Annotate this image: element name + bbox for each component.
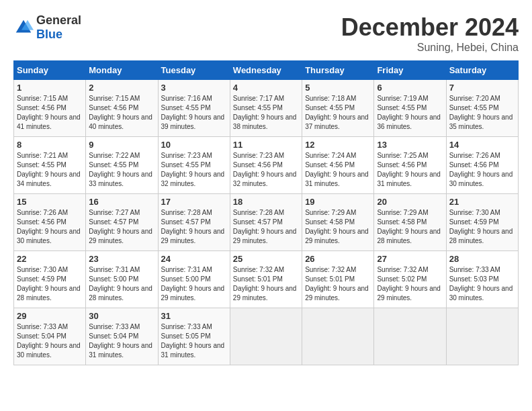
- day-number: 9: [89, 140, 154, 150]
- calendar-day-cell: 2 Sunrise: 7:15 AM Sunset: 4:56 PM Dayli…: [86, 80, 158, 137]
- calendar-week-row: 8 Sunrise: 7:21 AM Sunset: 4:55 PM Dayli…: [14, 137, 519, 194]
- calendar-day-cell: 29 Sunrise: 7:33 AM Sunset: 5:04 PM Dayl…: [14, 308, 86, 365]
- day-info: Sunrise: 7:25 AM Sunset: 4:56 PM Dayligh…: [377, 151, 443, 189]
- weekday-header-sunday: Sunday: [14, 61, 86, 80]
- day-number: 24: [161, 254, 227, 264]
- day-number: 29: [17, 311, 83, 321]
- calendar-day-cell: 22 Sunrise: 7:30 AM Sunset: 4:59 PM Dayl…: [14, 251, 86, 308]
- day-number: 22: [17, 254, 83, 264]
- day-info: Sunrise: 7:31 AM Sunset: 5:00 PM Dayligh…: [161, 265, 227, 303]
- weekday-header-tuesday: Tuesday: [158, 61, 230, 80]
- weekday-header-row: SundayMondayTuesdayWednesdayThursdayFrid…: [14, 61, 519, 80]
- day-number: 25: [233, 254, 299, 264]
- calendar-week-row: 1 Sunrise: 7:15 AM Sunset: 4:56 PM Dayli…: [14, 80, 519, 137]
- logo: General Blue: [13, 13, 81, 42]
- day-number: 17: [161, 197, 227, 207]
- calendar-day-cell: 25 Sunrise: 7:32 AM Sunset: 5:01 PM Dayl…: [230, 251, 302, 308]
- day-info: Sunrise: 7:29 AM Sunset: 4:58 PM Dayligh…: [377, 208, 443, 246]
- logo-icon: [13, 17, 34, 38]
- calendar-day-cell: 3 Sunrise: 7:16 AM Sunset: 4:55 PM Dayli…: [158, 80, 230, 137]
- calendar-day-cell: 9 Sunrise: 7:22 AM Sunset: 4:55 PM Dayli…: [86, 137, 158, 194]
- day-number: 5: [305, 83, 371, 93]
- day-info: Sunrise: 7:28 AM Sunset: 4:57 PM Dayligh…: [233, 208, 299, 246]
- weekday-header-monday: Monday: [86, 61, 158, 80]
- calendar-day-cell: [446, 308, 518, 365]
- day-number: 19: [305, 197, 371, 207]
- day-number: 27: [377, 254, 443, 264]
- calendar-week-row: 29 Sunrise: 7:33 AM Sunset: 5:04 PM Dayl…: [14, 308, 519, 365]
- day-info: Sunrise: 7:32 AM Sunset: 5:01 PM Dayligh…: [305, 265, 371, 303]
- calendar-day-cell: 19 Sunrise: 7:29 AM Sunset: 4:58 PM Dayl…: [302, 194, 374, 251]
- calendar-day-cell: 5 Sunrise: 7:18 AM Sunset: 4:55 PM Dayli…: [302, 80, 374, 137]
- day-info: Sunrise: 7:33 AM Sunset: 5:05 PM Dayligh…: [161, 322, 227, 360]
- day-number: 1: [17, 83, 83, 93]
- weekday-header-wednesday: Wednesday: [230, 61, 302, 80]
- day-info: Sunrise: 7:27 AM Sunset: 4:57 PM Dayligh…: [89, 208, 154, 246]
- day-info: Sunrise: 7:18 AM Sunset: 4:55 PM Dayligh…: [305, 94, 371, 132]
- day-number: 2: [89, 83, 154, 93]
- day-info: Sunrise: 7:16 AM Sunset: 4:55 PM Dayligh…: [161, 94, 227, 132]
- day-number: 28: [449, 254, 515, 264]
- day-info: Sunrise: 7:17 AM Sunset: 4:55 PM Dayligh…: [233, 94, 299, 132]
- day-number: 8: [17, 140, 83, 150]
- calendar-day-cell: 31 Sunrise: 7:33 AM Sunset: 5:05 PM Dayl…: [158, 308, 230, 365]
- day-info: Sunrise: 7:23 AM Sunset: 4:56 PM Dayligh…: [233, 151, 299, 189]
- day-number: 11: [233, 140, 299, 150]
- calendar-day-cell: 20 Sunrise: 7:29 AM Sunset: 4:58 PM Dayl…: [374, 194, 446, 251]
- day-number: 13: [377, 140, 443, 150]
- calendar-week-row: 22 Sunrise: 7:30 AM Sunset: 4:59 PM Dayl…: [14, 251, 519, 308]
- calendar-day-cell: 12 Sunrise: 7:24 AM Sunset: 4:56 PM Dayl…: [302, 137, 374, 194]
- calendar-day-cell: 13 Sunrise: 7:25 AM Sunset: 4:56 PM Dayl…: [374, 137, 446, 194]
- day-info: Sunrise: 7:32 AM Sunset: 5:01 PM Dayligh…: [233, 265, 299, 303]
- weekday-header-thursday: Thursday: [302, 61, 374, 80]
- day-info: Sunrise: 7:23 AM Sunset: 4:55 PM Dayligh…: [161, 151, 227, 189]
- calendar-day-cell: [374, 308, 446, 365]
- calendar-day-cell: [230, 308, 302, 365]
- day-number: 6: [377, 83, 443, 93]
- calendar-day-cell: 8 Sunrise: 7:21 AM Sunset: 4:55 PM Dayli…: [14, 137, 86, 194]
- day-number: 30: [89, 311, 154, 321]
- logo-blue: Blue: [36, 28, 62, 41]
- day-number: 14: [449, 140, 515, 150]
- day-info: Sunrise: 7:26 AM Sunset: 4:56 PM Dayligh…: [17, 208, 83, 246]
- calendar-table: SundayMondayTuesdayWednesdayThursdayFrid…: [13, 60, 519, 365]
- day-info: Sunrise: 7:15 AM Sunset: 4:56 PM Dayligh…: [17, 94, 83, 132]
- calendar-day-cell: 6 Sunrise: 7:19 AM Sunset: 4:55 PM Dayli…: [374, 80, 446, 137]
- day-number: 7: [449, 83, 515, 93]
- day-number: 21: [449, 197, 515, 207]
- day-info: Sunrise: 7:33 AM Sunset: 5:03 PM Dayligh…: [449, 265, 515, 303]
- calendar-day-cell: [302, 308, 374, 365]
- logo-general: General: [36, 13, 81, 27]
- calendar-day-cell: 15 Sunrise: 7:26 AM Sunset: 4:56 PM Dayl…: [14, 194, 86, 251]
- weekday-header-saturday: Saturday: [446, 61, 518, 80]
- calendar-day-cell: 26 Sunrise: 7:32 AM Sunset: 5:01 PM Dayl…: [302, 251, 374, 308]
- day-number: 20: [377, 197, 443, 207]
- header: General Blue December 2024 Suning, Hebei…: [13, 13, 519, 54]
- day-info: Sunrise: 7:20 AM Sunset: 4:55 PM Dayligh…: [449, 94, 515, 132]
- day-number: 18: [233, 197, 299, 207]
- calendar-day-cell: 27 Sunrise: 7:32 AM Sunset: 5:02 PM Dayl…: [374, 251, 446, 308]
- weekday-header-friday: Friday: [374, 61, 446, 80]
- day-info: Sunrise: 7:30 AM Sunset: 4:59 PM Dayligh…: [449, 208, 515, 246]
- location-title: Suning, Hebei, China: [341, 42, 519, 54]
- day-info: Sunrise: 7:29 AM Sunset: 4:58 PM Dayligh…: [305, 208, 371, 246]
- day-info: Sunrise: 7:19 AM Sunset: 4:55 PM Dayligh…: [377, 94, 443, 132]
- day-info: Sunrise: 7:28 AM Sunset: 4:57 PM Dayligh…: [161, 208, 227, 246]
- day-number: 3: [161, 83, 227, 93]
- calendar-day-cell: 16 Sunrise: 7:27 AM Sunset: 4:57 PM Dayl…: [86, 194, 158, 251]
- calendar-day-cell: 4 Sunrise: 7:17 AM Sunset: 4:55 PM Dayli…: [230, 80, 302, 137]
- calendar-day-cell: 24 Sunrise: 7:31 AM Sunset: 5:00 PM Dayl…: [158, 251, 230, 308]
- calendar-day-cell: 23 Sunrise: 7:31 AM Sunset: 5:00 PM Dayl…: [86, 251, 158, 308]
- day-number: 31: [161, 311, 227, 321]
- day-number: 26: [305, 254, 371, 264]
- calendar-day-cell: 30 Sunrise: 7:33 AM Sunset: 5:04 PM Dayl…: [86, 308, 158, 365]
- day-info: Sunrise: 7:33 AM Sunset: 5:04 PM Dayligh…: [17, 322, 83, 360]
- day-number: 16: [89, 197, 154, 207]
- calendar-week-row: 15 Sunrise: 7:26 AM Sunset: 4:56 PM Dayl…: [14, 194, 519, 251]
- month-title: December 2024: [341, 13, 519, 42]
- title-area: December 2024 Suning, Hebei, China: [341, 13, 519, 54]
- calendar-day-cell: 14 Sunrise: 7:26 AM Sunset: 4:56 PM Dayl…: [446, 137, 518, 194]
- day-info: Sunrise: 7:15 AM Sunset: 4:56 PM Dayligh…: [89, 94, 154, 132]
- day-number: 4: [233, 83, 299, 93]
- day-info: Sunrise: 7:24 AM Sunset: 4:56 PM Dayligh…: [305, 151, 371, 189]
